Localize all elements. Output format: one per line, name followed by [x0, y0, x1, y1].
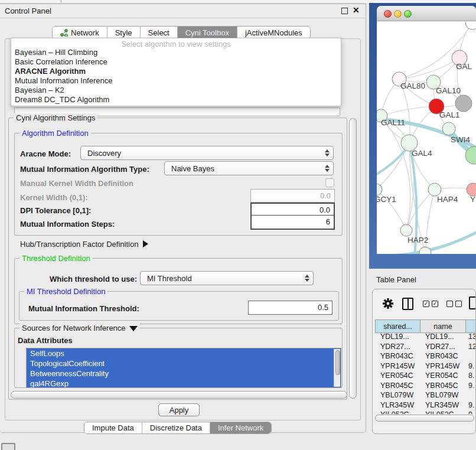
table-row[interactable]: YIL052CYIL052C9 [375, 410, 476, 414]
tab-style-label: Style [115, 28, 132, 37]
network-node[interactable] [400, 224, 412, 236]
settings-hscroll-thumb[interactable] [11, 391, 347, 399]
which-threshold-combobox[interactable]: MI Threshold [140, 271, 314, 285]
minimize-traffic-light[interactable] [394, 10, 402, 18]
network-node[interactable] [455, 95, 472, 112]
close-traffic-light[interactable] [384, 10, 392, 18]
tab-discretize-data-label: Discretize Data [150, 423, 202, 432]
table-row[interactable]: YDL19...YDL19...13 [375, 332, 476, 343]
algorithm-option[interactable]: Bayesian – K2 [11, 86, 341, 95]
data-attributes-list[interactable]: SelfLoopsTopologicalCoefficientBetweenne… [26, 348, 341, 388]
gear-icon[interactable] [382, 298, 394, 309]
split-columns-icon[interactable] [402, 298, 413, 310]
algorithm-option[interactable]: Dream8 DC_TDC Algorithm [11, 95, 341, 105]
table-cell [465, 391, 476, 401]
attributes-scrollbar[interactable] [334, 349, 340, 387]
mi-threshold-field[interactable]: 0.5 [248, 301, 332, 315]
table-row[interactable]: YLR345WYLR345W9. [375, 401, 476, 411]
table-row[interactable]: YDR27...YDR27...12 [375, 343, 476, 353]
table-cell: 8. [465, 371, 476, 381]
algorithm-option[interactable]: Bayesian – Hill Climbing [11, 48, 341, 57]
attribute-item[interactable]: BetweennessCentrality [27, 369, 341, 379]
collapsed-panel-button[interactable] [1, 443, 15, 450]
tab-cyni-toolbox[interactable]: Cyni Toolbox [178, 27, 237, 38]
column-header-name[interactable]: name [420, 320, 466, 333]
tab-jactivemnodules[interactable]: jActiveMNodules [237, 27, 310, 38]
kernel-width-field[interactable]: 0.0 [250, 189, 335, 203]
table-cell: YBL079W [375, 391, 420, 401]
node-label: GAL4 [412, 149, 432, 158]
table-row[interactable]: YBR043CYBR043C [375, 352, 476, 362]
table-cell: YDL19... [375, 332, 420, 343]
sources-toggle[interactable]: Sources for Network Inference [19, 324, 140, 332]
new-column-icon[interactable] [469, 296, 476, 309]
table-horizontal-scrollbar[interactable] [375, 415, 474, 422]
checked-checkbox-icon[interactable]: ✓ [423, 301, 429, 307]
kernel-width-label: Kernel Width (0,1): [20, 193, 88, 202]
table-hscroll-thumb[interactable] [375, 415, 474, 422]
tab-network[interactable]: Network [53, 27, 107, 38]
tab-impute-data[interactable]: Impute Data [84, 422, 142, 433]
settings-horizontal-scrollbar[interactable] [11, 391, 347, 399]
table-cell [465, 352, 476, 362]
network-node[interactable] [465, 22, 476, 30]
checked-checkbox-icon[interactable]: ✓ [432, 301, 438, 307]
network-canvas[interactable]: GALGAL80GAL10GAL1GAL11SWI4GAL4GCY1HAP4YH… [377, 22, 476, 254]
column-header-partial[interactable]: A [466, 320, 476, 333]
table-row[interactable]: YBL079WYBL079W [375, 391, 476, 401]
settings-vertical-scrollbar[interactable] [349, 118, 357, 399]
apply-button[interactable]: Apply [158, 403, 200, 416]
table-cell: 9 [465, 410, 476, 414]
attribute-item[interactable]: gal4RGexp [27, 379, 341, 388]
bottom-tabbar: Impute Data Discretize Data Infer Networ… [84, 422, 272, 434]
table-row[interactable]: YER054CYER054C8. [375, 371, 476, 381]
float-window-icon[interactable] [341, 8, 348, 14]
unchecked-checkbox-icon[interactable] [446, 301, 453, 307]
attribute-item[interactable]: TopologicalCoefficient [27, 358, 341, 369]
tab-discretize-data[interactable]: Discretize Data [142, 422, 210, 433]
tab-select[interactable]: Select [141, 27, 178, 38]
attributes-scrollbar-thumb[interactable] [335, 350, 340, 375]
node-table-header: shared... name A [375, 319, 476, 333]
network-node[interactable] [442, 122, 455, 135]
algorithm-option[interactable]: Mutual Information Inference [11, 76, 341, 86]
tab-style[interactable]: Style [107, 27, 141, 38]
dpi-tolerance-field[interactable]: 0.0 [250, 203, 335, 216]
tab-infer-network[interactable]: Infer Network [210, 422, 271, 433]
algorithm-option[interactable]: Basic Correlation Inference [11, 57, 341, 67]
network-window-titlebar[interactable] [377, 6, 476, 21]
table-cell: YBR043C [420, 352, 465, 362]
table-cell: 9. [465, 362, 476, 372]
table-row[interactable]: YBR045CYBR045C9. [375, 381, 476, 392]
close-icon[interactable]: ✕ [353, 5, 360, 15]
collapse-down-icon[interactable] [129, 326, 138, 331]
column-header-shared[interactable]: shared... [376, 320, 420, 333]
table-cell: 9. [465, 381, 476, 392]
network-node[interactable] [467, 183, 476, 196]
network-node[interactable] [419, 247, 431, 254]
manual-kernel-checkbox[interactable] [325, 178, 334, 187]
table-panel-window: ✓ ✓ shared... name A YDL19...YDL19...13Y… [372, 289, 476, 434]
zoom-traffic-light[interactable] [404, 10, 412, 18]
network-node[interactable] [428, 183, 441, 196]
network-edge-highlighted[interactable] [377, 145, 409, 178]
unchecked-checkbox-icon[interactable] [455, 301, 462, 307]
table-cell: YDR27... [420, 343, 465, 353]
attribute-item[interactable]: SelfLoops [27, 348, 341, 358]
network-edge[interactable] [381, 116, 410, 230]
mi-type-combobox[interactable]: Naive Bayes [164, 161, 334, 175]
table-panel-title: Table Panel [376, 275, 416, 284]
aracne-mode-combobox[interactable]: Discovery [80, 146, 334, 160]
node-label: GAL10 [436, 86, 461, 95]
expand-right-icon[interactable] [143, 240, 148, 247]
hub-definition-toggle[interactable]: Hub/Transcription Factor Definition [20, 240, 148, 249]
settings-vscroll-thumb[interactable] [349, 118, 357, 399]
manual-kernel-label: Manual Kernel Width Definition [20, 179, 133, 188]
algorithm-option[interactable]: ARACNE Algorithm [11, 67, 341, 76]
tab-jactivemnodules-label: jActiveMNodules [245, 28, 302, 37]
table-row[interactable]: YPR145WYPR145W9. [375, 362, 476, 372]
algorithm-option-list: Bayesian – Hill ClimbingBasic Correlatio… [11, 48, 341, 105]
mi-steps-field[interactable]: 6 [250, 216, 335, 230]
tab-network-label: Network [71, 28, 99, 37]
aracne-mode-value: Discovery [81, 149, 322, 158]
